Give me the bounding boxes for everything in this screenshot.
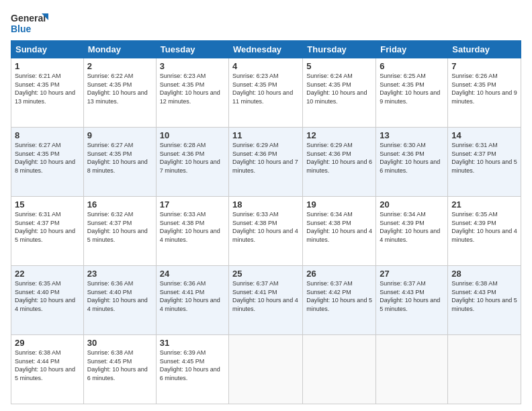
cell-r2-c6: 21 Sunrise: 6:35 AMSunset: 4:39 PMDaylig…	[448, 197, 521, 266]
day-info: Sunrise: 6:22 AMSunset: 4:35 PMDaylight:…	[87, 73, 148, 105]
cell-r4-c0: 29 Sunrise: 6:38 AMSunset: 4:44 PMDaylig…	[11, 335, 84, 404]
day-info: Sunrise: 6:30 AMSunset: 4:36 PMDaylight:…	[380, 142, 440, 174]
day-number: 4	[232, 61, 299, 71]
day-info: Sunrise: 6:26 AMSunset: 4:35 PMDaylight:…	[451, 73, 517, 105]
cell-r2-c0: 15 Sunrise: 6:31 AMSunset: 4:37 PMDaylig…	[11, 197, 84, 266]
day-number: 29	[15, 338, 80, 348]
cell-r0-c2: 3 Sunrise: 6:23 AMSunset: 4:35 PMDayligh…	[156, 58, 228, 128]
week-row-0: 1 Sunrise: 6:21 AMSunset: 4:35 PMDayligh…	[11, 58, 521, 128]
cell-r2-c1: 16 Sunrise: 6:32 AMSunset: 4:37 PMDaylig…	[83, 197, 156, 266]
cell-r4-c3	[229, 335, 303, 404]
day-info: Sunrise: 6:23 AMSunset: 4:35 PMDaylight:…	[232, 73, 293, 105]
col-monday: Monday	[83, 41, 156, 58]
day-info: Sunrise: 6:28 AMSunset: 4:36 PMDaylight:…	[160, 142, 220, 174]
day-info: Sunrise: 6:29 AMSunset: 4:36 PMDaylight:…	[232, 142, 298, 174]
day-number: 2	[87, 61, 152, 71]
day-info: Sunrise: 6:31 AMSunset: 4:37 PMDaylight:…	[451, 142, 517, 174]
day-info: Sunrise: 6:38 AMSunset: 4:45 PMDaylight:…	[87, 349, 148, 381]
day-number: 7	[451, 61, 517, 71]
cell-r0-c4: 5 Sunrise: 6:24 AMSunset: 4:35 PMDayligh…	[303, 58, 376, 128]
day-number: 19	[306, 199, 372, 210]
col-sunday: Sunday	[11, 41, 84, 58]
day-number: 23	[87, 269, 152, 279]
day-info: Sunrise: 6:27 AMSunset: 4:35 PMDaylight:…	[87, 142, 148, 174]
cell-r3-c4: 26 Sunrise: 6:37 AMSunset: 4:42 PMDaylig…	[303, 266, 376, 335]
header: General Blue	[11, 11, 521, 35]
col-friday: Friday	[376, 41, 448, 58]
cell-r4-c5	[376, 335, 448, 404]
header-row: Sunday Monday Tuesday Wednesday Thursday…	[11, 41, 521, 58]
svg-text:General: General	[11, 13, 46, 24]
cell-r4-c6	[448, 335, 521, 404]
cell-r1-c2: 10 Sunrise: 6:28 AMSunset: 4:36 PMDaylig…	[156, 128, 228, 197]
cell-r4-c1: 30 Sunrise: 6:38 AMSunset: 4:45 PMDaylig…	[83, 335, 156, 404]
day-number: 21	[451, 199, 517, 210]
day-info: Sunrise: 6:31 AMSunset: 4:37 PMDaylight:…	[15, 211, 75, 243]
week-row-2: 15 Sunrise: 6:31 AMSunset: 4:37 PMDaylig…	[11, 197, 521, 266]
cell-r2-c4: 19 Sunrise: 6:34 AMSunset: 4:38 PMDaylig…	[303, 197, 376, 266]
day-number: 17	[160, 199, 225, 210]
day-number: 3	[160, 61, 225, 71]
day-number: 14	[451, 130, 517, 140]
day-info: Sunrise: 6:38 AMSunset: 4:43 PMDaylight:…	[451, 280, 517, 312]
day-number: 30	[87, 338, 152, 348]
day-info: Sunrise: 6:24 AMSunset: 4:35 PMDaylight:…	[306, 73, 367, 105]
day-info: Sunrise: 6:35 AMSunset: 4:40 PMDaylight:…	[15, 280, 75, 312]
day-number: 26	[306, 269, 372, 279]
day-info: Sunrise: 6:33 AMSunset: 4:38 PMDaylight:…	[160, 211, 220, 243]
cell-r2-c2: 17 Sunrise: 6:33 AMSunset: 4:38 PMDaylig…	[156, 197, 228, 266]
day-number: 9	[87, 130, 152, 140]
cell-r3-c0: 22 Sunrise: 6:35 AMSunset: 4:40 PMDaylig…	[11, 266, 84, 335]
day-number: 25	[232, 269, 299, 279]
calendar-table: Sunday Monday Tuesday Wednesday Thursday…	[11, 40, 521, 404]
week-row-3: 22 Sunrise: 6:35 AMSunset: 4:40 PMDaylig…	[11, 266, 521, 335]
cell-r3-c1: 23 Sunrise: 6:36 AMSunset: 4:40 PMDaylig…	[83, 266, 156, 335]
day-info: Sunrise: 6:37 AMSunset: 4:42 PMDaylight:…	[306, 280, 372, 312]
day-number: 24	[160, 269, 225, 279]
cell-r2-c3: 18 Sunrise: 6:33 AMSunset: 4:38 PMDaylig…	[229, 197, 303, 266]
day-number: 11	[232, 130, 299, 140]
cell-r0-c3: 4 Sunrise: 6:23 AMSunset: 4:35 PMDayligh…	[229, 58, 303, 128]
day-number: 22	[15, 269, 80, 279]
day-info: Sunrise: 6:25 AMSunset: 4:35 PMDaylight:…	[380, 73, 440, 105]
cell-r0-c1: 2 Sunrise: 6:22 AMSunset: 4:35 PMDayligh…	[83, 58, 156, 128]
day-info: Sunrise: 6:36 AMSunset: 4:40 PMDaylight:…	[87, 280, 148, 312]
cell-r3-c6: 28 Sunrise: 6:38 AMSunset: 4:43 PMDaylig…	[448, 266, 521, 335]
day-number: 6	[380, 61, 444, 71]
day-number: 8	[15, 130, 80, 140]
cell-r1-c5: 13 Sunrise: 6:30 AMSunset: 4:36 PMDaylig…	[376, 128, 448, 197]
cell-r3-c3: 25 Sunrise: 6:37 AMSunset: 4:41 PMDaylig…	[229, 266, 303, 335]
day-info: Sunrise: 6:38 AMSunset: 4:44 PMDaylight:…	[15, 349, 75, 381]
day-info: Sunrise: 6:27 AMSunset: 4:35 PMDaylight:…	[15, 142, 75, 174]
cell-r3-c2: 24 Sunrise: 6:36 AMSunset: 4:41 PMDaylig…	[156, 266, 228, 335]
day-info: Sunrise: 6:34 AMSunset: 4:38 PMDaylight:…	[306, 211, 372, 243]
day-info: Sunrise: 6:23 AMSunset: 4:35 PMDaylight:…	[160, 73, 220, 105]
cell-r1-c1: 9 Sunrise: 6:27 AMSunset: 4:35 PMDayligh…	[83, 128, 156, 197]
day-info: Sunrise: 6:39 AMSunset: 4:45 PMDaylight:…	[160, 349, 220, 381]
day-number: 27	[380, 269, 444, 279]
svg-text:Blue: Blue	[11, 24, 32, 34]
cell-r1-c3: 11 Sunrise: 6:29 AMSunset: 4:36 PMDaylig…	[229, 128, 303, 197]
day-number: 13	[380, 130, 444, 140]
day-info: Sunrise: 6:21 AMSunset: 4:35 PMDaylight:…	[15, 73, 75, 105]
day-info: Sunrise: 6:34 AMSunset: 4:39 PMDaylight:…	[380, 211, 440, 243]
day-number: 31	[160, 338, 225, 348]
logo-svg: General Blue	[11, 11, 51, 35]
logo: General Blue	[11, 11, 51, 35]
cell-r0-c0: 1 Sunrise: 6:21 AMSunset: 4:35 PMDayligh…	[11, 58, 84, 128]
day-number: 16	[87, 199, 152, 210]
day-number: 5	[306, 61, 372, 71]
cell-r4-c4	[303, 335, 376, 404]
cell-r3-c5: 27 Sunrise: 6:37 AMSunset: 4:43 PMDaylig…	[376, 266, 448, 335]
day-number: 1	[15, 61, 80, 71]
cell-r0-c5: 6 Sunrise: 6:25 AMSunset: 4:35 PMDayligh…	[376, 58, 448, 128]
cell-r1-c4: 12 Sunrise: 6:29 AMSunset: 4:36 PMDaylig…	[303, 128, 376, 197]
day-number: 15	[15, 199, 80, 210]
day-number: 28	[451, 269, 517, 279]
day-number: 10	[160, 130, 225, 140]
day-info: Sunrise: 6:36 AMSunset: 4:41 PMDaylight:…	[160, 280, 220, 312]
col-tuesday: Tuesday	[156, 41, 228, 58]
day-info: Sunrise: 6:37 AMSunset: 4:41 PMDaylight:…	[232, 280, 298, 312]
day-info: Sunrise: 6:37 AMSunset: 4:43 PMDaylight:…	[380, 280, 440, 312]
page: General Blue Sunday Monday Tuesday Wedne…	[0, 0, 532, 411]
